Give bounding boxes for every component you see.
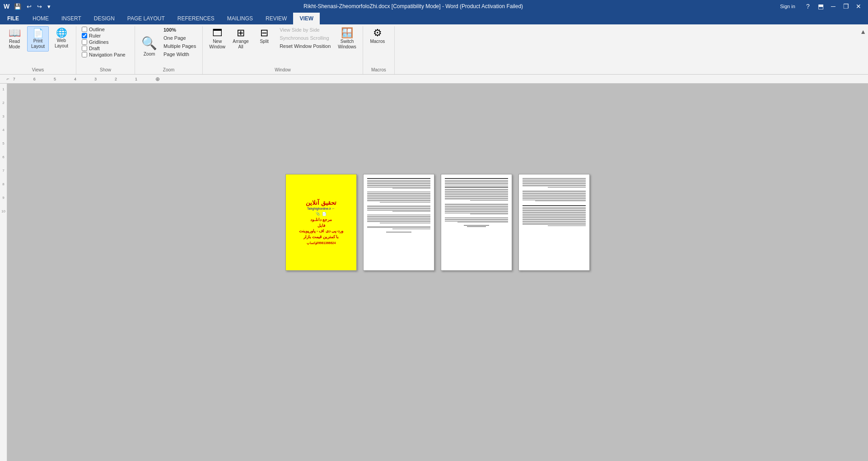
ruler-checkbox[interactable]: Ruler [80,33,103,39]
minimize-button[interactable]: ─ [827,1,839,11]
v-ruler-5: 5 [2,141,4,155]
new-window-button[interactable]: 🗖 New Window [206,26,228,52]
v-ruler-4: 4 [2,128,4,141]
ribbon-collapse-button[interactable]: ▲ [860,28,866,35]
ad-body-text: مرجع دانلـودفایلورد-پی دی اف - پاورپوینت… [299,217,344,240]
read-mode-button[interactable]: 📖 Read Mode [4,26,25,52]
sign-in-button[interactable]: Sign in [774,1,801,11]
ruler-mark-7: 7 [13,77,15,81]
ruler-mark-1: 1 [135,77,137,81]
tab-references[interactable]: REFERENCES [171,13,221,24]
v-ruler-9: 9 [2,196,4,209]
page-1[interactable]: تحقیق آنلاین Tahghighonline.ir ← 📎📄 مرجع… [285,174,357,271]
close-button[interactable]: ✕ [853,1,864,11]
page-footer [367,232,430,232]
page-4-content [519,174,589,270]
restore-button[interactable]: ❐ [840,1,852,11]
ribbon-collapse-area: ▲ [860,26,868,74]
title-bar-controls: Sign in ? ⬒ ─ ❐ ✕ [774,1,864,11]
tab-page-layout[interactable]: PAGE LAYOUT [121,13,171,24]
split-icon: ⊟ [260,28,268,38]
macros-button[interactable]: ⚙ Macros [367,26,388,46]
split-button[interactable]: ⊟ Split [253,26,275,46]
zoom-label: Zoom [144,52,155,56]
gridlines-checkbox[interactable]: Gridlines [80,39,110,45]
v-ruler-10: 10 [1,209,5,223]
arrange-all-button[interactable]: ⊞ Arrange All [230,26,252,52]
view-side-by-side-button[interactable]: View Side by Side [277,26,333,33]
tab-home[interactable]: HOME [26,13,55,24]
ruler-mark-3: 3 [94,77,97,81]
zoom-group: 🔍 Zoom 100% One Page Multiple Pages Page… [135,26,203,74]
ribbon-display-button[interactable]: ⬒ [815,1,826,11]
page-3-content [441,174,512,270]
gridlines-check-input[interactable] [82,39,87,45]
views-group-label: Views [0,67,76,72]
nav-pane-checkbox[interactable]: Navigation Pane [80,52,127,58]
draft-checkbox[interactable]: Draft [80,45,102,52]
undo-qa-button[interactable]: ↩ [25,2,33,11]
outline-check-input[interactable] [82,27,87,32]
split-label: Split [260,39,268,44]
nav-pane-check-input[interactable] [82,52,87,57]
switch-windows-button[interactable]: 🪟 Switch Windows [335,26,359,52]
tab-design[interactable]: DESIGN [88,13,121,24]
work-area: 1 2 3 4 5 6 7 8 9 10 تحقیق آنلاین Tahghi… [0,84,868,461]
more-qa-button[interactable]: ▾ [46,2,52,11]
synchronous-scrolling-button[interactable]: Synchronous Scrolling [277,34,333,42]
multiple-pages-button[interactable]: Multiple Pages [161,42,199,50]
v-ruler-3: 3 [2,114,4,128]
tab-file[interactable]: FILE [0,13,26,24]
tab-review[interactable]: REVIEW [259,13,293,24]
ad-content: تحقیق آنلاین Tahghighonline.ir ← 📎📄 مرجع… [286,174,356,270]
zoom-button[interactable]: 🔍 Zoom [139,34,160,58]
page-2-content [364,174,434,270]
macros-label: Macros [370,39,385,44]
help-button[interactable]: ? [802,1,814,11]
ad-icons: 📎📄 [316,212,327,216]
one-page-button[interactable]: One Page [161,34,199,42]
tab-mailings[interactable]: MAILINGS [221,13,259,24]
ruler-end-marker: ⊕ [155,76,160,82]
redo-qa-button[interactable]: ↪ [35,2,44,11]
top-space [7,84,868,174]
zoom-options: 100% One Page Multiple Pages Page Width [161,26,199,66]
print-layout-button[interactable]: 📄 Print Layout [27,26,49,52]
web-layout-button[interactable]: 🌐 Web Layout [51,26,72,51]
new-window-icon: 🗖 [212,28,222,38]
page-2[interactable] [363,174,434,271]
tab-view[interactable]: VIEW [293,13,320,24]
zoom-100-button[interactable]: 100% [161,26,199,33]
macros-group: ⚙ Macros Macros [363,26,395,74]
ribbon-content: 📖 Read Mode 📄 Print Layout 🌐 Web Layout … [0,24,868,74]
window-group: 🗖 New Window ⊞ Arrange All ⊟ Split View … [203,26,363,74]
quick-access-toolbar: 💾 ↩ ↪ ▾ [12,2,52,11]
page-4[interactable] [518,174,590,271]
v-ruler-1: 1 [2,87,4,101]
switch-windows-icon: 🪟 [341,28,353,38]
v-ruler-6: 6 [2,155,4,169]
pages-row: تحقیق آنلاین Tahghighonline.ir ← 📎📄 مرجع… [7,174,868,271]
reset-window-position-button[interactable]: Reset Window Position [277,42,333,50]
outline-checkbox[interactable]: Outline [80,26,107,33]
draft-check-input[interactable] [82,46,87,51]
v-ruler-8: 8 [2,182,4,196]
title-bar: W 💾 ↩ ↪ ▾ Rikht-Shenasi-ZheomorfoloZhi.d… [0,0,868,13]
ruler-mark-5: 5 [54,77,56,81]
switch-windows-label: Switch Windows [338,39,356,50]
ad-website: Tahghighonline.ir ← [307,207,335,210]
ruler-check-input[interactable] [82,33,87,38]
page-width-button[interactable]: Page Width [161,51,199,58]
zoom-icon: 🔍 [141,36,157,51]
save-qa-button[interactable]: 💾 [12,2,23,11]
v-ruler-2: 2 [2,101,4,114]
ad-phone: 09981366624واتساپ [307,241,336,245]
tab-insert[interactable]: INSERT [55,13,88,24]
page-ruler: ⌐ 7 6 5 4 3 2 1 ⊕ [0,75,868,84]
read-mode-icon: 📖 [9,28,21,38]
ad-title-text: تحقیق آنلاین [306,200,336,206]
ruler-mark-2: 2 [115,77,117,81]
document-canvas[interactable]: تحقیق آنلاین Tahghighonline.ir ← 📎📄 مرجع… [7,84,868,461]
v-ruler-7: 7 [2,169,4,182]
page-3[interactable] [441,174,512,271]
